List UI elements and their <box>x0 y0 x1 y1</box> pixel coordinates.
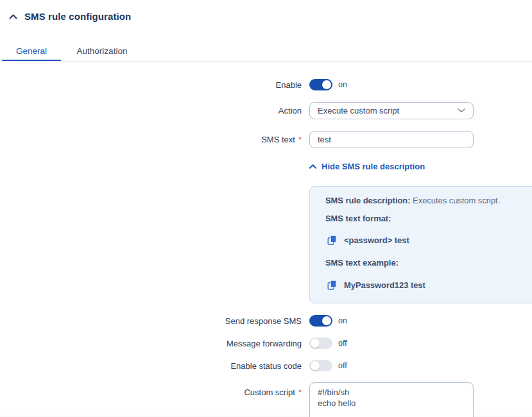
sms-rule-configuration-panel: SMS rule configuration General Authoriza… <box>0 0 532 417</box>
status-code-state-text: off <box>338 361 347 370</box>
copy-icon <box>327 235 337 246</box>
message-forwarding-toggle[interactable] <box>309 337 332 349</box>
required-asterisk: * <box>298 387 302 397</box>
toggle-knob <box>322 80 331 89</box>
message-forwarding-label: Message forwarding <box>0 339 302 348</box>
copy-example-button[interactable] <box>327 280 337 291</box>
send-response-row: Send response SMS on <box>0 313 532 328</box>
action-select[interactable]: Execute custom script <box>309 102 474 119</box>
section-header[interactable]: SMS rule configuration <box>9 11 131 22</box>
sms-text-example-row: MyPassword123 test <box>327 280 532 291</box>
copy-icon <box>327 280 337 291</box>
sms-text-label: SMS text* <box>0 135 302 144</box>
chevron-up-icon <box>309 164 316 169</box>
action-label: Action <box>0 106 302 115</box>
action-select-value: Execute custom script <box>318 106 399 115</box>
send-response-toggle[interactable] <box>309 315 332 327</box>
custom-script-label-text: Custom script <box>244 387 295 397</box>
sms-text-format-value: <password> test <box>344 235 409 246</box>
toggle-knob <box>311 339 320 348</box>
rule-description-label: SMS rule description: <box>325 196 411 205</box>
enable-label: Enable <box>0 80 302 90</box>
custom-script-row: Custom script* #!/bin/sh echo hello <box>0 382 532 417</box>
collapse-chevron-up-icon <box>9 14 17 19</box>
sms-text-format-label: SMS text format: <box>325 213 532 224</box>
send-response-label: Send response SMS <box>0 316 302 326</box>
send-response-state-text: on <box>338 316 347 325</box>
required-asterisk: * <box>298 135 302 144</box>
tab-authorization[interactable]: Authorization <box>66 45 138 59</box>
enable-state-text: on <box>338 80 347 89</box>
message-forwarding-state-text: off <box>338 339 347 348</box>
sms-text-example-label: SMS text example: <box>325 257 532 268</box>
hide-description-link[interactable]: Hide SMS rule description <box>309 162 425 171</box>
tab-bar-divider <box>0 61 532 62</box>
hide-description-link-text: Hide SMS rule description <box>322 162 425 171</box>
sms-text-row: SMS text* <box>0 130 532 148</box>
enable-toggle[interactable] <box>309 79 332 90</box>
custom-script-label: Custom script* <box>0 382 302 397</box>
sms-rule-description-box: SMS rule description: Executes custom sc… <box>309 186 532 303</box>
message-forwarding-row: Message forwarding off <box>0 336 532 351</box>
sms-text-example-value: MyPassword123 test <box>344 280 425 291</box>
enable-row: Enable on <box>0 77 532 92</box>
rule-description-text: Executes custom script. <box>411 196 501 205</box>
rule-description-line: SMS rule description: Executes custom sc… <box>325 195 532 206</box>
status-code-row: Enable status code off <box>0 358 532 373</box>
custom-script-textarea[interactable]: #!/bin/sh echo hello <box>309 382 474 417</box>
status-code-label: Enable status code <box>0 361 302 371</box>
sms-text-input[interactable] <box>309 131 474 148</box>
status-code-toggle[interactable] <box>309 360 332 371</box>
copy-format-button[interactable] <box>327 235 337 246</box>
panel-title: SMS rule configuration <box>24 11 131 22</box>
sms-text-label-text: SMS text <box>261 135 295 144</box>
sms-text-format-row: <password> test <box>327 235 532 246</box>
tab-general[interactable]: General <box>2 45 61 59</box>
chevron-down-icon <box>458 108 465 113</box>
toggle-knob <box>322 316 331 325</box>
toggle-knob <box>311 361 320 370</box>
action-row: Action Execute custom script <box>0 101 532 119</box>
